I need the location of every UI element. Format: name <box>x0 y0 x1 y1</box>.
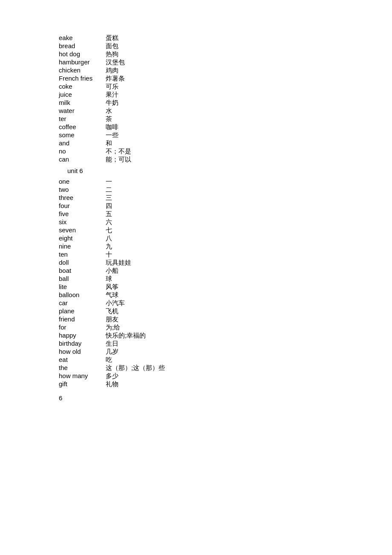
chinese-translation: 几岁 <box>106 348 118 356</box>
english-word: coke <box>59 83 106 90</box>
vocab-row: coke可乐 <box>59 83 392 91</box>
chinese-translation: 七 <box>106 226 112 234</box>
page-number: 6 <box>59 394 392 402</box>
vocab-row: how many多少 <box>59 372 392 380</box>
vocab-row: how old几岁 <box>59 348 392 356</box>
vocab-row: eake蛋糕 <box>59 34 392 42</box>
chinese-translation: 吃 <box>106 356 112 364</box>
chinese-translation: 可乐 <box>106 83 118 91</box>
vocab-row: three三 <box>59 194 392 202</box>
vocab-row: ter茶 <box>59 115 392 123</box>
english-word: four <box>59 202 106 209</box>
vocab-row: the这（那）;这（那）些 <box>59 364 392 372</box>
chinese-translation: 球 <box>106 275 112 283</box>
english-word: friend <box>59 315 106 323</box>
chinese-translation: 二 <box>106 186 112 194</box>
chinese-translation: 六 <box>106 218 112 226</box>
chinese-translation: 不；不是 <box>106 147 131 156</box>
vocab-row: nine九 <box>59 243 392 251</box>
vocab-row: two二 <box>59 186 392 194</box>
english-word: no <box>59 147 106 155</box>
english-word: how many <box>59 372 106 379</box>
chinese-translation: 蛋糕 <box>106 34 118 42</box>
chinese-translation: 茶 <box>106 115 112 123</box>
english-word: chicken <box>59 66 106 74</box>
english-word: bread <box>59 42 106 49</box>
english-word: nine <box>59 243 106 250</box>
english-word: juice <box>59 91 106 98</box>
chinese-translation: 生日 <box>106 340 118 348</box>
english-word: lite <box>59 283 106 290</box>
english-word: water <box>59 107 106 114</box>
chinese-translation: 汉堡包 <box>106 58 125 66</box>
english-word: boat <box>59 267 106 274</box>
english-word: seven <box>59 226 106 234</box>
vocab-row: gift礼物 <box>59 380 392 388</box>
english-word: five <box>59 210 106 217</box>
vocab-row: some一些 <box>59 131 392 139</box>
vocab-row: six六 <box>59 218 392 226</box>
vocab-row: milk牛奶 <box>59 99 392 107</box>
english-word: three <box>59 194 106 201</box>
section2-vocab: one一two二three三four四five五six六seven七eight八… <box>59 178 392 388</box>
english-word: for <box>59 324 106 331</box>
vocab-row: no不；不是 <box>59 147 392 156</box>
english-word: ten <box>59 251 106 258</box>
english-word: happy <box>59 332 106 339</box>
chinese-translation: 果汁 <box>106 91 118 99</box>
english-word: eat <box>59 356 106 363</box>
vocab-list: eake蛋糕bread面包hot dog热狗hamburger汉堡包chicke… <box>59 34 392 402</box>
vocab-row: ball球 <box>59 275 392 283</box>
vocab-row: bread面包 <box>59 42 392 50</box>
vocab-row: coffee咖啡 <box>59 123 392 131</box>
chinese-translation: 牛奶 <box>106 99 118 107</box>
chinese-translation: 为;给 <box>106 324 120 332</box>
chinese-translation: 面包 <box>106 42 118 50</box>
chinese-translation: 小船 <box>106 267 118 275</box>
english-word: eake <box>59 34 106 41</box>
english-word: some <box>59 131 106 139</box>
english-word: and <box>59 139 106 147</box>
english-word: how old <box>59 348 106 355</box>
vocab-row: for为;给 <box>59 324 392 332</box>
english-word: six <box>59 218 106 225</box>
vocab-row: boat小船 <box>59 267 392 275</box>
chinese-translation: 九 <box>106 243 112 251</box>
vocab-row: lite风筝 <box>59 283 392 291</box>
chinese-translation: 和 <box>106 139 112 147</box>
chinese-translation: 能；可以 <box>106 156 131 164</box>
chinese-translation: 五 <box>106 210 112 218</box>
chinese-translation: 飞机 <box>106 307 118 315</box>
vocab-row: hot dog热狗 <box>59 50 392 58</box>
english-word: ball <box>59 275 106 282</box>
vocab-row: can能；可以 <box>59 156 392 164</box>
english-word: can <box>59 156 106 163</box>
chinese-translation: 热狗 <box>106 50 118 58</box>
vocab-row: French fries炸薯条 <box>59 75 392 83</box>
english-word: coffee <box>59 123 106 130</box>
chinese-translation: 十 <box>106 251 112 259</box>
vocab-row: four四 <box>59 202 392 210</box>
chinese-translation: 这（那）;这（那）些 <box>106 364 165 372</box>
english-word: two <box>59 186 106 193</box>
chinese-translation: 朋友 <box>106 315 118 324</box>
vocab-row: and和 <box>59 139 392 147</box>
chinese-translation: 一些 <box>106 131 118 139</box>
vocab-row: doll玩具娃娃 <box>59 259 392 267</box>
vocab-row: five五 <box>59 210 392 218</box>
chinese-translation: 气球 <box>106 291 118 299</box>
vocab-row: water水 <box>59 107 392 115</box>
vocab-row: seven七 <box>59 226 392 234</box>
section1-vocab: eake蛋糕bread面包hot dog热狗hamburger汉堡包chicke… <box>59 34 392 164</box>
vocab-row: eight八 <box>59 234 392 243</box>
english-word: hot dog <box>59 50 106 58</box>
vocab-row: plane飞机 <box>59 307 392 315</box>
chinese-translation: 风筝 <box>106 283 118 291</box>
english-word: the <box>59 364 106 371</box>
chinese-translation: 多少 <box>106 372 118 380</box>
chinese-translation: 鸡肉 <box>106 66 118 75</box>
chinese-translation: 炸薯条 <box>106 75 125 83</box>
english-word: car <box>59 299 106 306</box>
vocab-row: friend朋友 <box>59 315 392 324</box>
vocab-row: happy快乐的;幸福的 <box>59 332 392 340</box>
